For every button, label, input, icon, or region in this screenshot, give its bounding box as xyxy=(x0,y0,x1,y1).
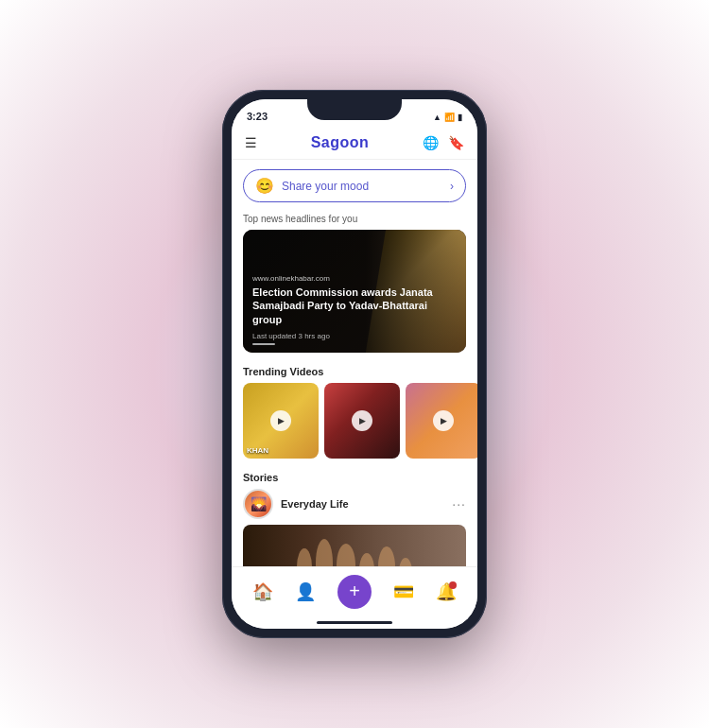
news-section-label: Top news headlines for you xyxy=(232,210,477,230)
nav-add[interactable]: + xyxy=(337,575,372,609)
trending-videos-row: ▶ KHAN ▶ ▶ xyxy=(232,383,477,468)
phone-screen: 3:23 ▲ 📶 ▮ ☰ Sagoon 🌐 🔖 😊 Share your moo xyxy=(232,99,477,629)
profile-icon: 👤 xyxy=(295,581,316,602)
video-label-1: KHAN xyxy=(247,446,268,455)
mood-left: 😊 Share your mood xyxy=(255,177,369,195)
home-icon: 🏠 xyxy=(252,581,273,602)
news-time: Last updated 3 hrs ago xyxy=(252,332,457,340)
mood-text: Share your mood xyxy=(282,180,369,193)
phone-frame: 3:23 ▲ 📶 ▮ ☰ Sagoon 🌐 🔖 😊 Share your moo xyxy=(222,90,487,638)
bookmark-icon[interactable]: 🔖 xyxy=(448,135,464,150)
wifi-icon: 📶 xyxy=(444,113,455,122)
status-time: 3:23 xyxy=(247,111,268,122)
play-button-2[interactable]: ▶ xyxy=(352,410,372,431)
story-avatar: 🌄 xyxy=(243,489,273,519)
mood-emoji-icon: 😊 xyxy=(255,177,274,195)
mood-bar[interactable]: 😊 Share your mood › xyxy=(243,169,466,202)
story-name: Everyday Life xyxy=(281,498,349,510)
people-silhouettes xyxy=(297,539,412,566)
notification-badge xyxy=(449,581,457,589)
nav-home[interactable]: 🏠 xyxy=(252,581,273,602)
notch xyxy=(307,99,402,120)
home-indicator xyxy=(232,615,477,629)
app-logo: Sagoon xyxy=(311,134,370,151)
bottom-nav: 🏠 👤 + 💳 🔔 xyxy=(232,566,477,615)
main-content[interactable]: 😊 Share your mood › Top news headlines f… xyxy=(232,160,477,566)
globe-icon[interactable]: 🌐 xyxy=(423,135,439,150)
nav-notifications[interactable]: 🔔 xyxy=(436,581,457,602)
news-progress-bar xyxy=(252,343,275,345)
home-line xyxy=(317,621,392,624)
menu-icon[interactable]: ☰ xyxy=(245,135,257,150)
top-nav: ☰ Sagoon 🌐 🔖 xyxy=(232,126,477,160)
news-source: www.onlinekhabar.com xyxy=(252,274,457,283)
battery-icon: ▮ xyxy=(458,113,462,122)
nav-right-icons: 🌐 🔖 xyxy=(423,135,464,150)
news-card[interactable]: www.onlinekhabar.com Election Commission… xyxy=(243,230,466,353)
story-row: 🌄 Everyday Life ··· xyxy=(232,489,477,525)
nav-profile[interactable]: 👤 xyxy=(295,581,316,602)
news-content: www.onlinekhabar.com Election Commission… xyxy=(243,267,466,353)
video-thumb-2[interactable]: ▶ xyxy=(324,383,400,459)
news-title: Election Commission awards Janata Samajb… xyxy=(252,286,457,326)
trending-section-label: Trending Videos xyxy=(232,362,477,383)
story-options-button[interactable]: ··· xyxy=(452,496,466,511)
add-button[interactable]: + xyxy=(337,575,372,609)
story-image[interactable] xyxy=(243,525,466,566)
play-button-1[interactable]: ▶ xyxy=(270,410,291,431)
mood-arrow-icon: › xyxy=(450,180,454,193)
signal-icon: ▲ xyxy=(433,113,441,122)
status-icons: ▲ 📶 ▮ xyxy=(433,113,462,122)
wallet-icon: 💳 xyxy=(393,581,414,602)
nav-wallet[interactable]: 💳 xyxy=(393,581,414,602)
story-left: 🌄 Everyday Life xyxy=(243,489,349,519)
play-button-3[interactable]: ▶ xyxy=(433,410,454,431)
stories-section-label: Stories xyxy=(232,468,477,489)
video-thumb-1[interactable]: ▶ KHAN xyxy=(243,383,319,459)
story-image-inner xyxy=(243,525,466,566)
video-thumb-3[interactable]: ▶ xyxy=(406,383,477,459)
